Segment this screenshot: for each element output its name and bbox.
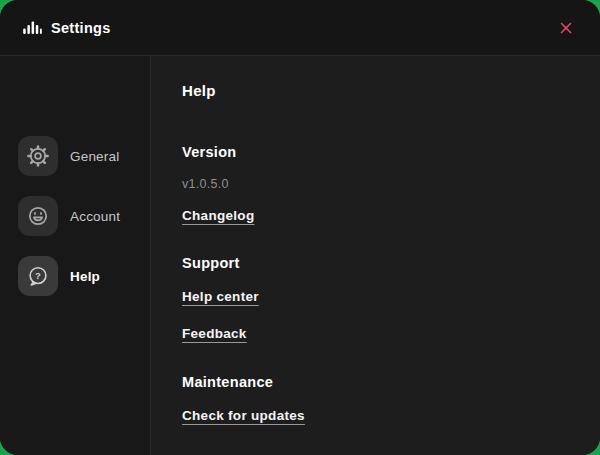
sidebar: General Account [0,56,151,455]
window-body: General Account [0,56,600,455]
section-title-support: Support [182,255,576,271]
sidebar-item-general[interactable]: General [0,136,150,176]
sidebar-item-label: Help [70,269,100,284]
sidebar-item-label: General [70,149,119,164]
sidebar-item-help[interactable]: ? Help [0,256,150,296]
desktop-backdrop: Settings [0,0,600,455]
svg-text:?: ? [35,270,41,281]
help-center-link[interactable]: Help center [182,289,259,304]
equalizer-bars-icon [22,18,42,38]
page-title: Help [182,82,576,99]
window-title: Settings [51,20,111,36]
sidebar-item-label: Account [70,209,120,224]
smiley-face-icon [18,196,58,236]
close-icon[interactable] [552,14,580,42]
section-title-maintenance: Maintenance [182,374,576,390]
question-bubble-icon: ? [18,256,58,296]
titlebar: Settings [0,0,600,56]
sidebar-item-account[interactable]: Account [0,196,150,236]
check-for-updates-link[interactable]: Check for updates [182,408,305,423]
gear-icon [18,136,58,176]
section-title-version: Version [182,144,576,160]
version-value: v1.0.5.0 [182,177,576,191]
help-panel: Help Version v1.0.5.0 Changelog Support … [151,56,600,455]
changelog-link[interactable]: Changelog [182,208,254,223]
settings-window: Settings [0,0,600,455]
feedback-link[interactable]: Feedback [182,326,247,341]
